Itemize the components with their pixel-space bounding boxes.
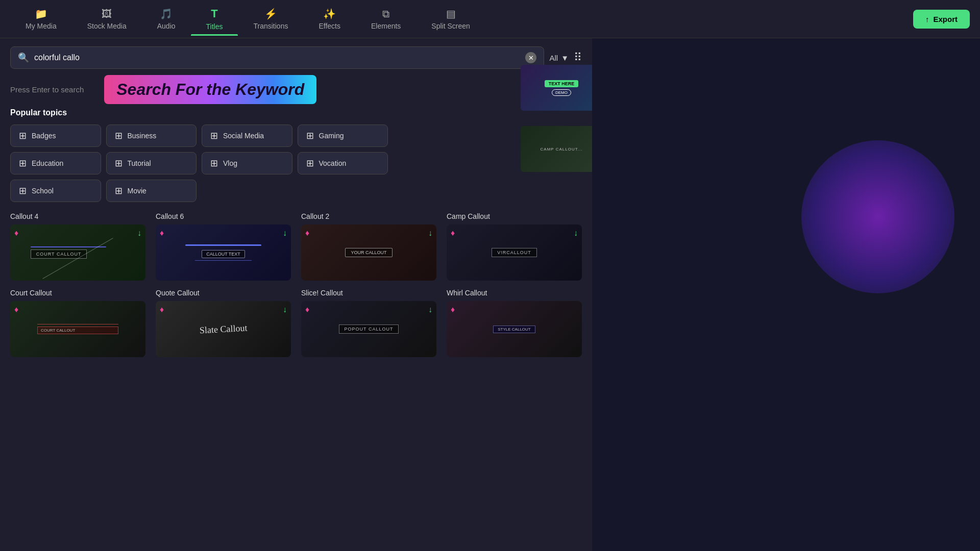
thumb-court-callout-label: Court Callout bbox=[10, 289, 145, 297]
thumbnail-row-1: Callout 4 ♦ ↓ COURT CALLOUT bbox=[10, 212, 582, 281]
topic-tutorial-label: Tutorial bbox=[128, 159, 151, 167]
press-enter-hint: Press Enter to search bbox=[10, 85, 84, 94]
topic-vocation-label: Vocation bbox=[319, 159, 347, 167]
nav-item-effects[interactable]: ✨ Effects bbox=[303, 3, 356, 35]
export-label: Export bbox=[933, 15, 958, 23]
topic-school-label: School bbox=[32, 187, 54, 195]
topic-education[interactable]: ⊞ Education bbox=[10, 152, 101, 174]
all-filter-dropdown[interactable]: All ▼ bbox=[549, 54, 569, 62]
business-icon: ⊞ bbox=[115, 130, 122, 141]
grid-view-icon[interactable]: ⠿ bbox=[574, 51, 582, 64]
background-blob bbox=[801, 140, 954, 293]
left-panel: 🔍 ✕ All ▼ ⠿ Press Enter to search Search… bbox=[0, 38, 592, 551]
nav-item-elements[interactable]: ⧉ Elements bbox=[356, 3, 416, 35]
topics-grid: ⊞ Badges ⊞ Business ⊞ Social Media ⊞ Gam… bbox=[10, 124, 388, 202]
topic-badges[interactable]: ⊞ Badges bbox=[10, 124, 101, 147]
vocation-icon: ⊞ bbox=[306, 158, 314, 169]
thumb-callout-2-card: ♦ ↓ YOUR CALLOUT bbox=[301, 224, 436, 281]
gaming-icon: ⊞ bbox=[306, 130, 314, 141]
stock-media-icon: 🖼 bbox=[102, 8, 112, 20]
popular-topics-section: Popular topics ⊞ Badges ⊞ Business ⊞ Soc… bbox=[0, 108, 592, 207]
all-filter-label: All bbox=[549, 54, 558, 62]
topic-badges-label: Badges bbox=[32, 132, 56, 140]
camp-callout-text: CAMP CALLOUT... bbox=[541, 147, 583, 152]
thumb-camp-callout[interactable]: Camp Callout ♦ ↓ V!RCALLOUT bbox=[447, 212, 582, 281]
suggestion-area: Press Enter to search Search For the Key… bbox=[10, 75, 582, 104]
main-content: 🔍 ✕ All ▼ ⠿ Press Enter to search Search… bbox=[0, 38, 980, 551]
thumb-court-callout[interactable]: Court Callout ♦ COURT CALLOUT bbox=[10, 289, 145, 357]
topic-vlog[interactable]: ⊞ Vlog bbox=[202, 152, 292, 174]
thumb-quote-callout-card: ♦ ↓ Slate Callout bbox=[156, 301, 291, 357]
search-input[interactable] bbox=[34, 53, 520, 62]
vlog-icon: ⊞ bbox=[210, 158, 218, 169]
topic-business[interactable]: ⊞ Business bbox=[106, 124, 197, 147]
overlay-thumbnails: TEXT HERE DEMO t 3 CAMP CALLOUT... ↓ bbox=[521, 65, 592, 172]
badges-icon: ⊞ bbox=[19, 130, 27, 141]
thumb-slice-callout-card: ♦ ↓ POPOUT CALLOUT bbox=[301, 301, 436, 357]
nav-label-my-media: My Media bbox=[26, 22, 57, 30]
nav-item-stock-media[interactable]: 🖼 Stock Media bbox=[72, 3, 142, 35]
thumb-callout-4-card: ♦ ↓ COURT CALLOUT bbox=[10, 224, 145, 281]
demo-badge: DEMO bbox=[552, 89, 571, 96]
nav-label-elements: Elements bbox=[371, 22, 401, 30]
topic-movie[interactable]: ⊞ Movie bbox=[106, 180, 197, 202]
nav-label-titles: Titles bbox=[206, 22, 223, 31]
search-clear-button[interactable]: ✕ bbox=[525, 52, 536, 63]
top-navigation: 📁 My Media 🖼 Stock Media 🎵 Audio T Title… bbox=[0, 0, 980, 38]
search-box: 🔍 ✕ bbox=[10, 46, 544, 69]
audio-icon: 🎵 bbox=[160, 8, 173, 20]
nav-label-effects: Effects bbox=[318, 22, 340, 30]
school-icon: ⊞ bbox=[19, 185, 27, 196]
thumb-callout-6-label: Callout 6 bbox=[156, 212, 291, 220]
topic-social-media[interactable]: ⊞ Social Media bbox=[202, 124, 292, 147]
export-icon: ↑ bbox=[925, 15, 929, 23]
popular-topics-title: Popular topics bbox=[10, 108, 582, 117]
thumb-camp-callout-label: Camp Callout bbox=[447, 212, 582, 220]
thumb-callout-6[interactable]: Callout 6 ♦ ↓ CALLOUT TEXT bbox=[156, 212, 291, 281]
topic-business-label: Business bbox=[128, 132, 157, 140]
nav-item-transitions[interactable]: ⚡ Transitions bbox=[238, 3, 303, 35]
thumb-slice-callout[interactable]: Slice! Callout ♦ ↓ POPOUT CALLOUT bbox=[301, 289, 436, 357]
export-button[interactable]: ↑ Export bbox=[913, 10, 970, 29]
topic-tutorial[interactable]: ⊞ Tutorial bbox=[106, 152, 197, 174]
nav-label-transitions: Transitions bbox=[253, 22, 288, 30]
titles-icon: T bbox=[211, 7, 217, 20]
label-t3: t 3 bbox=[521, 115, 592, 122]
topic-gaming[interactable]: ⊞ Gaming bbox=[298, 124, 388, 147]
thumb-quote-callout[interactable]: Quote Callout ♦ ↓ Slate Callout bbox=[156, 289, 291, 357]
thumb-whirl-callout-card: ♦ STYLE CALLOUT bbox=[447, 301, 582, 357]
overlay-thumb-1: TEXT HERE DEMO bbox=[521, 65, 592, 111]
thumb-whirl-callout[interactable]: Whirl Callout ♦ STYLE CALLOUT bbox=[447, 289, 582, 357]
education-icon: ⊞ bbox=[19, 158, 27, 169]
slate-callout-text: Slate Callout bbox=[199, 322, 247, 336]
thumbnail-row-2: Court Callout ♦ COURT CALLOUT Quote Call bbox=[10, 289, 582, 357]
thumb-callout-4[interactable]: Callout 4 ♦ ↓ COURT CALLOUT bbox=[10, 212, 145, 281]
nav-item-titles[interactable]: T Titles bbox=[191, 2, 238, 36]
nav-item-audio[interactable]: 🎵 Audio bbox=[142, 3, 191, 35]
nav-item-my-media[interactable]: 📁 My Media bbox=[10, 3, 72, 35]
keyword-banner: Search For the Keyword bbox=[104, 75, 316, 104]
thumb-callout-6-card: ♦ ↓ CALLOUT TEXT bbox=[156, 224, 291, 281]
thumb-slice-callout-label: Slice! Callout bbox=[301, 289, 436, 297]
overlay-thumb-2: CAMP CALLOUT... ↓ bbox=[521, 126, 592, 172]
effects-icon: ✨ bbox=[323, 8, 336, 20]
my-media-icon: 📁 bbox=[35, 8, 47, 20]
text-here-badge: TEXT HERE bbox=[545, 80, 579, 87]
thumb-whirl-callout-label: Whirl Callout bbox=[447, 289, 582, 297]
right-panel bbox=[592, 38, 980, 551]
search-wrapper: 🔍 ✕ All ▼ ⠿ bbox=[10, 46, 582, 69]
tutorial-icon: ⊞ bbox=[115, 158, 122, 169]
topic-gaming-label: Gaming bbox=[319, 132, 344, 140]
nav-item-split-screen[interactable]: ▤ Split Screen bbox=[416, 3, 485, 35]
thumb-callout-2[interactable]: Callout 2 ♦ ↓ YOUR CALLOUT bbox=[301, 212, 436, 281]
topic-education-label: Education bbox=[32, 159, 63, 167]
topic-social-media-label: Social Media bbox=[223, 132, 264, 140]
thumb-callout-2-label: Callout 2 bbox=[301, 212, 436, 220]
topic-vocation[interactable]: ⊞ Vocation bbox=[298, 152, 388, 174]
topic-school[interactable]: ⊞ School bbox=[10, 180, 101, 202]
nav-label-stock-media: Stock Media bbox=[87, 22, 127, 30]
thumb-callout-4-label: Callout 4 bbox=[10, 212, 145, 220]
movie-icon: ⊞ bbox=[115, 185, 122, 196]
thumb-quote-callout-label: Quote Callout bbox=[156, 289, 291, 297]
nav-label-audio: Audio bbox=[157, 22, 176, 30]
